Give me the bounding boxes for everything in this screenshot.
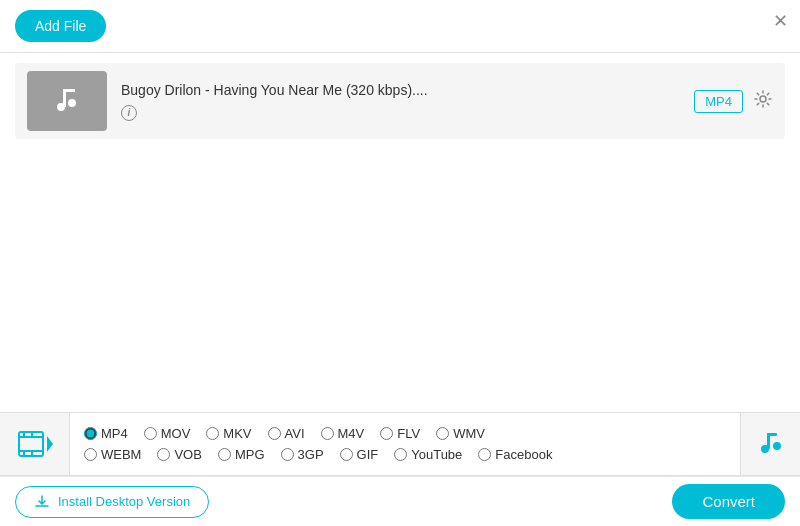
svg-point-2 (57, 103, 65, 111)
top-bar: Add File ✕ (0, 0, 800, 53)
format-options: MP4 MOV MKV AVI M4V FLV WMV W (70, 418, 740, 470)
format-option-mkv[interactable]: MKV (206, 426, 251, 441)
format-option-flv[interactable]: FLV (380, 426, 420, 441)
format-option-mov[interactable]: MOV (144, 426, 191, 441)
film-icon (17, 426, 53, 462)
install-desktop-button[interactable]: Install Desktop Version (15, 486, 209, 518)
format-option-youtube[interactable]: YouTube (394, 447, 462, 462)
format-option-facebook[interactable]: Facebook (478, 447, 552, 462)
empty-area (0, 157, 800, 357)
format-row-2: WEBM VOB MPG 3GP GIF YouTube Facebook (84, 447, 726, 462)
format-option-3gp[interactable]: 3GP (281, 447, 324, 462)
format-option-gif[interactable]: GIF (340, 447, 379, 462)
file-thumbnail (27, 71, 107, 131)
video-format-icon-area (0, 413, 70, 475)
music-note-icon (756, 429, 786, 459)
audio-icon-area[interactable] (740, 413, 800, 475)
file-list-area: Bugoy Drilon - Having You Near Me (320 k… (0, 53, 800, 157)
format-option-vob[interactable]: VOB (157, 447, 201, 462)
svg-rect-10 (23, 452, 25, 456)
settings-button[interactable] (753, 89, 773, 114)
svg-point-4 (760, 96, 766, 102)
svg-rect-6 (19, 436, 43, 438)
gear-icon (753, 89, 773, 109)
close-button[interactable]: ✕ (773, 10, 788, 32)
format-option-wmv[interactable]: WMV (436, 426, 485, 441)
info-icon[interactable]: i (121, 105, 137, 121)
convert-button[interactable]: Convert (672, 484, 785, 519)
format-row-1: MP4 MOV MKV AVI M4V FLV WMV (84, 426, 726, 441)
svg-rect-1 (63, 89, 75, 92)
svg-rect-8 (23, 432, 25, 436)
svg-point-15 (761, 445, 769, 453)
format-badge: MP4 (694, 90, 743, 113)
svg-rect-14 (767, 433, 777, 436)
download-icon (34, 494, 50, 510)
svg-marker-12 (47, 436, 53, 452)
file-item: Bugoy Drilon - Having You Near Me (320 k… (15, 63, 785, 139)
svg-rect-9 (31, 432, 33, 436)
footer: Install Desktop Version Convert (0, 476, 800, 526)
format-option-m4v[interactable]: M4V (321, 426, 365, 441)
file-info: Bugoy Drilon - Having You Near Me (320 k… (121, 82, 694, 121)
format-option-mp4[interactable]: MP4 (84, 426, 128, 441)
file-name: Bugoy Drilon - Having You Near Me (320 k… (121, 82, 694, 98)
svg-point-3 (68, 99, 76, 107)
music-note-icon (47, 81, 87, 121)
svg-rect-7 (19, 450, 43, 452)
add-file-button[interactable]: Add File (15, 10, 106, 42)
format-option-webm[interactable]: WEBM (84, 447, 141, 462)
file-actions: MP4 (694, 89, 773, 114)
format-option-mpg[interactable]: MPG (218, 447, 265, 462)
format-option-avi[interactable]: AVI (268, 426, 305, 441)
format-bar: MP4 MOV MKV AVI M4V FLV WMV W (0, 412, 800, 476)
svg-rect-11 (31, 452, 33, 456)
svg-point-16 (773, 442, 781, 450)
